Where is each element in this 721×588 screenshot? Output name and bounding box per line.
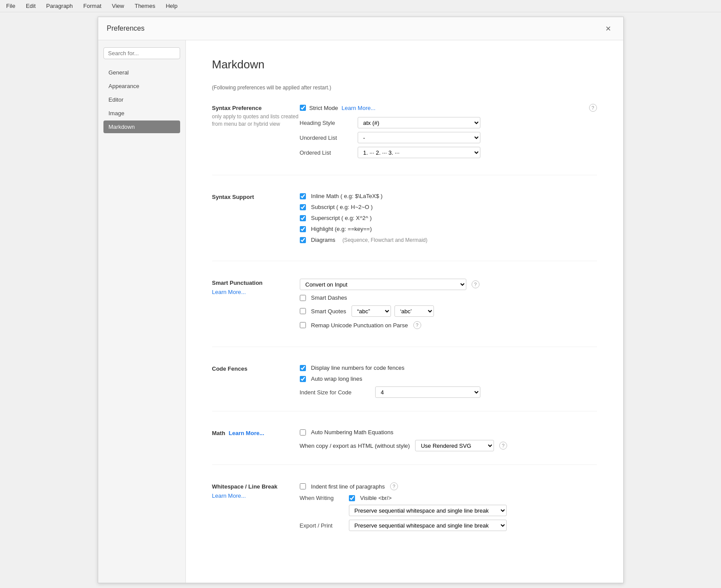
close-button[interactable]: ✕ (602, 22, 614, 35)
remap-label[interactable]: Remap Unicode Punctuation on Parse (311, 322, 408, 329)
indent-first-checkbox[interactable] (300, 483, 306, 489)
sidebar-item-image[interactable]: Image (103, 107, 180, 120)
export-print-select[interactable]: Preserve sequential whitespace and singl… (349, 520, 507, 531)
smart-dashes-checkbox[interactable] (300, 295, 306, 301)
strict-mode-checkbox[interactable] (300, 105, 306, 111)
visible-br-checkbox[interactable] (349, 495, 355, 501)
heading-style-label: Heading Style (300, 120, 352, 126)
smart-punctuation-help-icon[interactable]: ? (472, 280, 479, 288)
subscript-row: Subscript ( e.g: H~2~O ) (300, 204, 597, 210)
math-label: Math Learn More... (212, 429, 300, 451)
line-numbers-row: Display line numbers for code fences (300, 365, 597, 371)
highlight-label[interactable]: Highlight (e.g: ==key==) (311, 226, 372, 232)
strict-mode-row: Strict Mode Learn More... ? (300, 104, 597, 112)
ordered-list-label: Ordered List (300, 149, 352, 156)
math-content: Auto Numbering Math Equations When copy … (300, 429, 597, 451)
smart-quotes-select-1[interactable]: “abc” (352, 305, 391, 317)
smart-punctuation-select[interactable]: Convert on Input (300, 279, 466, 290)
window-title: Preferences (107, 25, 602, 32)
sidebar-item-appearance[interactable]: Appearance (103, 80, 180, 92)
copy-export-select[interactable]: Use Rendered SVG (415, 440, 494, 451)
subscript-checkbox[interactable] (300, 204, 306, 210)
strict-mode-label[interactable]: Strict Mode (309, 105, 338, 111)
syntax-preference-help-icon[interactable]: ? (589, 104, 597, 112)
superscript-row: Superscript ( e.g: X^2^ ) (300, 215, 597, 221)
auto-numbering-checkbox[interactable] (300, 429, 306, 436)
smart-quotes-row: Smart Quotes “abc” ‘abc’ (300, 305, 597, 317)
smart-quotes-checkbox[interactable] (300, 308, 306, 314)
restart-notice: (Following preferences will be applied a… (212, 85, 597, 91)
inline-math-checkbox[interactable] (300, 193, 306, 199)
smart-punctuation-section: Smart Punctuation Learn More... Convert … (212, 279, 597, 347)
code-fences-content: Display line numbers for code fences Aut… (300, 365, 597, 398)
line-numbers-label[interactable]: Display line numbers for code fences (311, 365, 405, 371)
sidebar-item-general[interactable]: General (103, 66, 180, 79)
smart-quotes-label[interactable]: Smart Quotes (311, 308, 346, 315)
highlight-checkbox[interactable] (300, 226, 306, 232)
auto-numbering-row: Auto Numbering Math Equations (300, 429, 597, 436)
auto-numbering-label[interactable]: Auto Numbering Math Equations (311, 429, 394, 436)
unordered-list-select[interactable]: - (358, 132, 480, 143)
whitespace-help-icon[interactable]: ? (390, 482, 398, 490)
copy-export-row: When copy / export as HTML (without styl… (300, 440, 597, 451)
indent-size-row: Indent Size for Code 4 (300, 386, 597, 398)
search-input[interactable] (103, 47, 180, 59)
main-content: Markdown (Following preferences will be … (186, 40, 623, 583)
syntax-preference-label: Syntax Preference only apply to quotes a… (212, 104, 300, 162)
copy-export-label: When copy / export as HTML (without styl… (300, 443, 410, 449)
smart-dashes-label[interactable]: Smart Dashes (311, 294, 347, 301)
diagrams-note: (Sequence, Flowchart and Mermaid) (342, 237, 427, 243)
syntax-support-label: Syntax Support (212, 193, 300, 248)
sequential-ws-row: Preserve sequential whitespace and singl… (349, 505, 597, 516)
remap-help-icon[interactable]: ? (413, 321, 421, 329)
unordered-list-row: Unordered List - (300, 132, 597, 143)
indent-size-label: Indent Size for Code (300, 389, 370, 396)
indent-first-label[interactable]: Indent first line of paragraphs (311, 483, 385, 490)
code-fences-label: Code Fences (212, 365, 300, 398)
when-writing-row: When Writing Visible <br/> (300, 495, 597, 501)
smart-quotes-select-2[interactable]: ‘abc’ (394, 305, 434, 317)
subscript-label[interactable]: Subscript ( e.g: H~2~O ) (311, 204, 373, 210)
ordered-list-row: Ordered List 1. ··· 2. ··· 3. ··· (300, 147, 597, 158)
highlight-row: Highlight (e.g: ==key==) (300, 226, 597, 232)
math-help-icon[interactable]: ? (499, 442, 507, 450)
whitespace-section: Whitespace / Line Break Learn More... In… (212, 482, 597, 548)
menu-paragraph[interactable]: Paragraph (43, 2, 75, 10)
auto-wrap-label[interactable]: Auto wrap long lines (311, 375, 362, 382)
math-learn-more[interactable]: Learn More... (229, 430, 264, 436)
syntax-support-section: Syntax Support Inline Math ( e.g: $\LaTe… (212, 193, 597, 261)
smart-punctuation-learn-more[interactable]: Learn More... (212, 289, 300, 295)
smart-punctuation-content: Convert on Input ? Smart Dashes Smart Qu… (300, 279, 597, 333)
menu-format[interactable]: Format (81, 2, 104, 10)
preferences-window: Preferences ✕ General Appearance Editor … (98, 17, 624, 583)
titlebar: Preferences ✕ (98, 17, 623, 40)
menu-view[interactable]: View (109, 2, 127, 10)
sequential-ws-select[interactable]: Preserve sequential whitespace and singl… (349, 505, 507, 516)
smart-punctuation-label: Smart Punctuation Learn More... (212, 279, 300, 333)
superscript-checkbox[interactable] (300, 215, 306, 221)
strict-mode-learn-more[interactable]: Learn More... (341, 105, 375, 111)
indent-size-select[interactable]: 4 (375, 386, 480, 398)
whitespace-content: Indent first line of paragraphs ? When W… (300, 482, 597, 535)
whitespace-learn-more[interactable]: Learn More... (212, 492, 300, 499)
line-numbers-checkbox[interactable] (300, 365, 306, 371)
sidebar-item-editor[interactable]: Editor (103, 93, 180, 106)
visible-br-label[interactable]: Visible <br/> (360, 495, 392, 501)
inline-math-label[interactable]: Inline Math ( e.g: $\LaTeX$ ) (311, 193, 383, 199)
menubar: File Edit Paragraph Format View Themes H… (0, 0, 721, 12)
sidebar-item-markdown[interactable]: Markdown (103, 120, 180, 133)
remap-row: Remap Unicode Punctuation on Parse ? (300, 321, 597, 329)
menu-edit[interactable]: Edit (23, 2, 38, 10)
remap-checkbox[interactable] (300, 322, 306, 328)
indent-first-row: Indent first line of paragraphs ? (300, 482, 597, 490)
smart-quotes-selects: “abc” ‘abc’ (352, 305, 434, 317)
menu-themes[interactable]: Themes (132, 2, 158, 10)
heading-style-select[interactable]: atx (#) (358, 117, 480, 128)
auto-wrap-checkbox[interactable] (300, 376, 306, 382)
menu-help[interactable]: Help (163, 2, 180, 10)
menu-file[interactable]: File (4, 2, 18, 10)
diagrams-checkbox[interactable] (300, 237, 306, 243)
diagrams-label[interactable]: Diagrams (311, 237, 336, 243)
superscript-label[interactable]: Superscript ( e.g: X^2^ ) (311, 215, 372, 221)
ordered-list-select[interactable]: 1. ··· 2. ··· 3. ··· (358, 147, 480, 158)
